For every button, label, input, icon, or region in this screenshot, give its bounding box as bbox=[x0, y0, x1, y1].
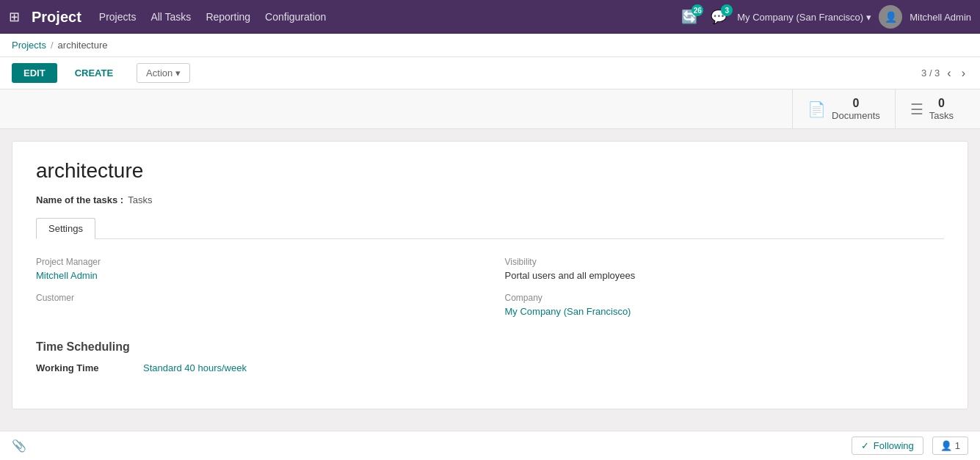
project-manager-value[interactable]: Mitchell Admin bbox=[36, 270, 476, 281]
tasks-info: 0 Tasks bbox=[929, 97, 954, 121]
tasks-count: 0 bbox=[929, 97, 954, 110]
project-manager-label: Project Manager bbox=[36, 257, 476, 267]
visibility-label: Visibility bbox=[505, 257, 945, 267]
nav-reporting[interactable]: Reporting bbox=[206, 11, 250, 23]
top-navigation: ⊞ Project Projects All Tasks Reporting C… bbox=[0, 0, 980, 34]
company-dropdown-icon: ▾ bbox=[866, 12, 871, 23]
nav-projects[interactable]: Projects bbox=[99, 11, 137, 23]
tasks-icon: ☰ bbox=[910, 101, 923, 118]
smart-btn-tasks[interactable]: ☰ 0 Tasks bbox=[895, 90, 968, 128]
name-of-tasks-value: Tasks bbox=[128, 194, 152, 205]
notifications-badge: 26 bbox=[692, 4, 703, 16]
smart-btn-documents[interactable]: 📄 0 Documents bbox=[792, 90, 895, 128]
breadcrumb-parent[interactable]: Projects bbox=[12, 40, 46, 51]
breadcrumb-separator: / bbox=[51, 40, 54, 51]
nav-configuration[interactable]: Configuration bbox=[265, 11, 326, 23]
action-button[interactable]: Action ▾ bbox=[137, 63, 190, 83]
project-manager-field: Project Manager Mitchell Admin bbox=[36, 257, 476, 281]
working-time-value[interactable]: Standard 40 hours/week bbox=[143, 362, 247, 373]
nav-all-tasks[interactable]: All Tasks bbox=[150, 11, 191, 23]
time-scheduling-title: Time Scheduling bbox=[36, 340, 944, 354]
company-field: Company My Company (San Francisco) bbox=[505, 293, 945, 317]
company-name: My Company (San Francisco) bbox=[737, 12, 863, 23]
breadcrumb: Projects / architecture bbox=[0, 34, 980, 57]
toolbar: EDIT CREATE Action ▾ 3 / 3 ‹ › bbox=[0, 57, 980, 90]
pager-prev-button[interactable]: ‹ bbox=[944, 65, 954, 81]
record-title: architecture bbox=[36, 159, 944, 183]
visibility-value: Portal users and all employees bbox=[505, 270, 945, 281]
edit-button[interactable]: EDIT bbox=[12, 63, 57, 83]
name-of-tasks-label: Name of the tasks : bbox=[36, 194, 123, 205]
customer-field: Customer bbox=[36, 293, 476, 317]
company-label: Company bbox=[505, 293, 945, 303]
app-title: Project bbox=[32, 9, 81, 26]
tasks-label: Tasks bbox=[929, 110, 954, 121]
create-button[interactable]: CREATE bbox=[63, 63, 125, 83]
action-label: Action bbox=[146, 67, 173, 79]
working-time-label: Working Time bbox=[36, 362, 139, 373]
documents-icon: 📄 bbox=[807, 101, 826, 118]
messages-button[interactable]: 💬 3 bbox=[708, 6, 730, 28]
user-name[interactable]: Mitchell Admin bbox=[910, 12, 971, 23]
settings-grid: Project Manager Mitchell Admin Visibilit… bbox=[36, 257, 944, 317]
action-dropdown-icon: ▾ bbox=[175, 67, 181, 79]
notifications-button[interactable]: 🔄 26 bbox=[678, 6, 700, 28]
grid-icon[interactable]: ⊞ bbox=[9, 9, 20, 25]
pager-next-button[interactable]: › bbox=[959, 65, 968, 81]
company-selector[interactable]: My Company (San Francisco) ▾ bbox=[737, 12, 871, 23]
documents-count: 0 bbox=[832, 97, 880, 110]
tab-bar: Settings bbox=[36, 217, 944, 239]
pager: 3 / 3 ‹ › bbox=[921, 65, 968, 81]
user-avatar[interactable]: 👤 bbox=[879, 5, 902, 29]
main-content: architecture Name of the tasks : Tasks S… bbox=[0, 129, 980, 421]
working-time-row: Working Time Standard 40 hours/week bbox=[36, 362, 944, 373]
name-of-tasks-row: Name of the tasks : Tasks bbox=[36, 194, 944, 205]
documents-info: 0 Documents bbox=[832, 97, 880, 121]
nav-links: Projects All Tasks Reporting Configurati… bbox=[99, 11, 667, 23]
breadcrumb-current: architecture bbox=[58, 40, 108, 51]
documents-label: Documents bbox=[832, 110, 880, 121]
company-value[interactable]: My Company (San Francisco) bbox=[505, 306, 945, 317]
topnav-right: 🔄 26 💬 3 My Company (San Francisco) ▾ 👤 … bbox=[678, 5, 971, 29]
tab-settings[interactable]: Settings bbox=[36, 218, 95, 239]
record-card: architecture Name of the tasks : Tasks S… bbox=[12, 141, 968, 409]
messages-badge: 3 bbox=[721, 4, 733, 16]
smart-buttons-bar: 📄 0 Documents ☰ 0 Tasks bbox=[0, 90, 980, 129]
visibility-field: Visibility Portal users and all employee… bbox=[505, 257, 945, 281]
customer-label: Customer bbox=[36, 293, 476, 303]
pager-text: 3 / 3 bbox=[921, 67, 940, 79]
